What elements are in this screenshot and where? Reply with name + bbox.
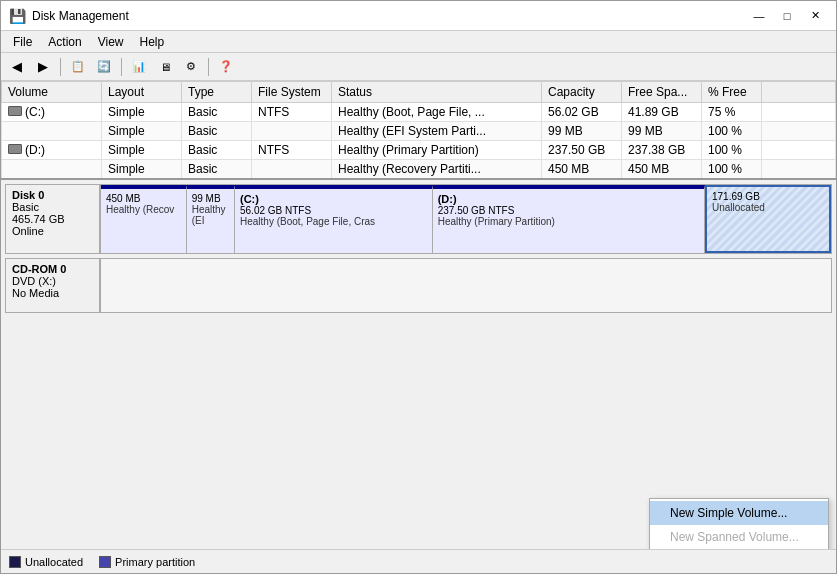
menu-help[interactable]: Help — [132, 33, 173, 51]
table-row[interactable]: (C:)SimpleBasicNTFSHealthy (Boot, Page F… — [2, 103, 836, 122]
partition-0-0[interactable]: 450 MB Healthy (Recov — [101, 185, 187, 253]
disk-name-0: Disk 0 — [12, 189, 93, 201]
part-size-0-0: 450 MB — [106, 193, 181, 204]
toolbar-settings[interactable]: ⚙ — [179, 56, 203, 78]
menu-file[interactable]: File — [5, 33, 40, 51]
part-size-0-4: 171.69 GB — [712, 191, 824, 202]
toolbar-back[interactable]: ◀ — [5, 56, 29, 78]
cell-volume: (D:) — [2, 141, 102, 160]
disk-name-cdrom: CD-ROM 0 — [12, 263, 93, 275]
minimize-button[interactable]: — — [746, 6, 772, 26]
status-bar: Unallocated Primary partition — [1, 549, 836, 573]
disk-label-0: Disk 0 Basic 465.74 GB Online — [5, 184, 100, 254]
cell-fs — [252, 122, 332, 141]
toolbar-sep2 — [121, 58, 122, 76]
disk-label-cdrom: CD-ROM 0 DVD (X:) No Media — [5, 258, 100, 313]
context-menu: New Simple Volume... New Spanned Volume.… — [649, 498, 829, 549]
volume-table-container: Volume Layout Type File System Status Ca… — [1, 81, 836, 180]
menu-view[interactable]: View — [90, 33, 132, 51]
toolbar-disk-view[interactable]: 📊 — [127, 56, 151, 78]
cell-extra — [762, 122, 836, 141]
legend-label-primary: Primary partition — [115, 556, 195, 568]
legend-box-primary — [99, 556, 111, 568]
close-button[interactable]: ✕ — [802, 6, 828, 26]
col-header-layout: Layout — [102, 82, 182, 103]
cell-capacity: 450 MB — [542, 160, 622, 180]
title-bar: 💾 Disk Management — □ ✕ — [1, 1, 836, 31]
disk-partitions-0: 450 MB Healthy (Recov 99 MB Healthy (EI … — [100, 184, 832, 254]
menu-action[interactable]: Action — [40, 33, 89, 51]
ctx-new-simple[interactable]: New Simple Volume... — [650, 501, 828, 525]
disk-area: Disk 0 Basic 465.74 GB Online 450 MB Hea… — [1, 180, 836, 549]
part-name-0-2: (C:) — [240, 193, 427, 205]
disk-type-cdrom: DVD (X:) — [12, 275, 93, 287]
cell-layout: Simple — [102, 122, 182, 141]
volume-table: Volume Layout Type File System Status Ca… — [1, 81, 836, 180]
cell-free: 99 MB — [622, 122, 702, 141]
col-header-volume: Volume — [2, 82, 102, 103]
cell-pct: 100 % — [702, 122, 762, 141]
disk-status-cdrom: No Media — [12, 287, 93, 299]
toolbar-forward[interactable]: ▶ — [31, 56, 55, 78]
partition-cdrom-0[interactable] — [101, 259, 831, 312]
toolbar-sep3 — [208, 58, 209, 76]
part-info-0-3: Healthy (Primary Partition) — [438, 216, 699, 227]
part-size-0-2: 56.02 GB NTFS — [240, 205, 427, 216]
part-size-0-1: 99 MB — [192, 193, 229, 204]
col-header-free: Free Spa... — [622, 82, 702, 103]
cell-pct: 75 % — [702, 103, 762, 122]
part-info-0-4: Unallocated — [712, 202, 824, 213]
toolbar: ◀ ▶ 📋 🔄 📊 🖥 ⚙ ❓ — [1, 53, 836, 81]
disk-partitions-cdrom — [100, 258, 832, 313]
cell-capacity: 237.50 GB — [542, 141, 622, 160]
toolbar-refresh[interactable]: 🔄 — [92, 56, 116, 78]
cell-type: Basic — [182, 122, 252, 141]
col-header-fs: File System — [252, 82, 332, 103]
toolbar-properties[interactable]: 📋 — [66, 56, 90, 78]
cell-free: 237.38 GB — [622, 141, 702, 160]
part-info-0-1: Healthy (EI — [192, 204, 229, 226]
part-info-0-2: Healthy (Boot, Page File, Cras — [240, 216, 427, 227]
cell-volume: (C:) — [2, 103, 102, 122]
maximize-button[interactable]: □ — [774, 6, 800, 26]
disk-row-cdrom: CD-ROM 0 DVD (X:) No Media — [5, 258, 832, 313]
part-size-0-3: 237.50 GB NTFS — [438, 205, 699, 216]
cell-capacity: 99 MB — [542, 122, 622, 141]
cell-status: Healthy (Boot, Page File, ... — [332, 103, 542, 122]
toolbar-monitor[interactable]: 🖥 — [153, 56, 177, 78]
drive-icon — [8, 144, 22, 154]
col-header-extra — [762, 82, 836, 103]
cell-pct: 100 % — [702, 160, 762, 180]
partition-0-4[interactable]: 171.69 GB Unallocated — [705, 185, 831, 253]
cell-fs: NTFS — [252, 103, 332, 122]
disk-status-0: Online — [12, 225, 93, 237]
disk-row-0: Disk 0 Basic 465.74 GB Online 450 MB Hea… — [5, 184, 832, 254]
window-title: Disk Management — [32, 9, 129, 23]
table-row[interactable]: SimpleBasicHealthy (Recovery Partiti...4… — [2, 160, 836, 180]
legend-primary: Primary partition — [99, 556, 195, 568]
toolbar-help[interactable]: ❓ — [214, 56, 238, 78]
partition-0-1[interactable]: 99 MB Healthy (EI — [187, 185, 235, 253]
legend-unallocated: Unallocated — [9, 556, 83, 568]
cell-free: 41.89 GB — [622, 103, 702, 122]
cell-type: Basic — [182, 160, 252, 180]
partition-0-3[interactable]: (D:) 237.50 GB NTFS Healthy (Primary Par… — [433, 185, 705, 253]
ctx-new-spanned: New Spanned Volume... — [650, 525, 828, 549]
cell-status: Healthy (Recovery Partiti... — [332, 160, 542, 180]
disk-size-0: 465.74 GB — [12, 213, 93, 225]
table-row[interactable]: SimpleBasicHealthy (EFI System Parti...9… — [2, 122, 836, 141]
cell-volume — [2, 122, 102, 141]
col-header-capacity: Capacity — [542, 82, 622, 103]
cell-fs — [252, 160, 332, 180]
window-icon: 💾 — [9, 8, 26, 24]
cell-layout: Simple — [102, 103, 182, 122]
part-name-0-3: (D:) — [438, 193, 699, 205]
cell-layout: Simple — [102, 141, 182, 160]
cell-free: 450 MB — [622, 160, 702, 180]
cell-type: Basic — [182, 103, 252, 122]
partition-0-2[interactable]: (C:) 56.02 GB NTFS Healthy (Boot, Page F… — [235, 185, 433, 253]
col-header-status: Status — [332, 82, 542, 103]
table-row[interactable]: (D:)SimpleBasicNTFSHealthy (Primary Part… — [2, 141, 836, 160]
cell-status: Healthy (EFI System Parti... — [332, 122, 542, 141]
cell-extra — [762, 103, 836, 122]
